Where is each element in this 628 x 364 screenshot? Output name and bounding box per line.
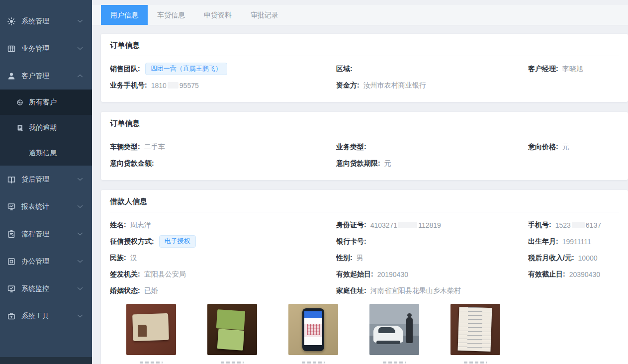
- sidebar-subitem-all-customers[interactable]: 所有客户: [0, 90, 92, 115]
- card-order-info-1: 订单信息销售团队:四团一营（直属王鹏飞）区域:客户经理:李晓旭业务手机号:181…: [101, 34, 628, 102]
- sidebar-subitem-overdue-info[interactable]: 逾期信息: [0, 140, 92, 166]
- field-label: 有效截止日:: [528, 270, 565, 279]
- sidebar-item-report-statistics[interactable]: 报表统计: [0, 193, 92, 220]
- qr-code-icon: [307, 324, 320, 335]
- sidebar-subitem-label: 我的逾期: [29, 123, 57, 132]
- photo-row: [126, 304, 619, 364]
- field-mobile: 手机号:15236137: [528, 217, 619, 233]
- field-label: 车辆类型:: [110, 143, 140, 152]
- field-value: 李晓旭: [562, 65, 583, 74]
- field-after-tax-monthly-income: 税后月收入/元:10000: [528, 250, 619, 266]
- sidebar-item-post-loan-management[interactable]: 贷后管理: [0, 166, 92, 193]
- field-label: 税后月收入/元:: [528, 254, 574, 263]
- field-label: 姓名:: [110, 221, 126, 230]
- blurred-segment: [398, 222, 417, 228]
- sidebar-footer: [0, 357, 92, 364]
- sidebar-item-system-tools[interactable]: 系统工具: [0, 302, 92, 330]
- drivers-license-photo[interactable]: [207, 304, 257, 355]
- phone-qr-photo[interactable]: [288, 304, 338, 355]
- field-value: 宜阳县公安局: [144, 270, 186, 279]
- card-title: 订单信息: [101, 112, 628, 134]
- field-value: 10000: [578, 254, 598, 262]
- chevron-down-icon: [77, 287, 83, 290]
- card-borrower-info: 借款人信息姓名:周志洋身份证号:4103271112819手机号:1523613…: [101, 190, 628, 364]
- handwritten-document-photo[interactable]: [450, 304, 500, 355]
- main-content: 用户信息车贷信息申贷资料审批记录 订单信息销售团队:四团一营（直属王鹏飞）区域:…: [92, 0, 628, 364]
- caption-cutoff: [464, 362, 487, 364]
- book-icon: [7, 175, 16, 184]
- chevron-down-icon: [77, 47, 83, 50]
- field-home-address: 家庭住址:河南省宜阳县花果山乡木柴村: [336, 282, 528, 299]
- sidebar-subitem-label: 所有客户: [29, 98, 57, 107]
- field-label: 区域:: [336, 65, 353, 74]
- sidebar-item-label: 贷后管理: [21, 175, 49, 184]
- caption-cutoff: [302, 362, 325, 364]
- field-value-masked: 15236137: [555, 221, 601, 229]
- field-label: 家庭住址:: [336, 286, 366, 295]
- sidebar-item-process-management[interactable]: 流程管理: [0, 220, 92, 248]
- field-value-masked: 181095575: [151, 82, 199, 90]
- field-label: 意向贷款金额:: [110, 159, 154, 168]
- sidebar-item-business-management[interactable]: 业务管理: [0, 35, 92, 62]
- sidebar-item-system-management[interactable]: 系统管理: [0, 7, 92, 35]
- photo-item: [288, 304, 338, 364]
- tab-bar: 用户信息车贷信息申贷资料审批记录: [92, 5, 628, 25]
- sidebar-item-system-monitor[interactable]: 系统监控: [0, 275, 92, 302]
- field-label: 意向价格:: [528, 143, 558, 152]
- field-value: 元: [384, 159, 391, 168]
- chevron-down-icon: [77, 232, 83, 236]
- field-intended-price: 意向价格:元: [528, 139, 619, 155]
- tab-approval-records[interactable]: 审批记录: [241, 5, 288, 25]
- blurred-segment: [572, 222, 585, 228]
- id-card-photo[interactable]: [126, 304, 176, 355]
- clipboard-icon: [7, 230, 16, 239]
- field-empty: [528, 282, 619, 299]
- sidebar-subitem-label: 逾期信息: [29, 149, 57, 158]
- card-body: 车辆类型:二手车业务类型:意向价格:元意向贷款金额:意向贷款期限:元: [101, 134, 628, 180]
- card-body: 姓名:周志洋身份证号:4103271112819手机号:15236137征信授权…: [101, 212, 628, 364]
- chevron-up-icon: [77, 74, 83, 78]
- field-label: 手机号:: [528, 221, 551, 230]
- caption-cutoff: [383, 362, 406, 364]
- field-tag: 电子授权: [159, 235, 196, 247]
- field-bank-card-number: 银行卡号:: [336, 233, 528, 250]
- field-value: 20190430: [377, 271, 408, 278]
- field-vehicle-type: 车辆类型:二手车: [110, 139, 336, 155]
- tab-user-info[interactable]: 用户信息: [101, 5, 148, 25]
- masked-prefix: 1810: [151, 82, 167, 90]
- chevron-down-icon: [77, 314, 83, 318]
- field-empty: [528, 77, 619, 93]
- ledger-icon: [16, 124, 24, 132]
- sidebar-subitem-my-overdue[interactable]: 我的逾期: [0, 115, 92, 140]
- field-label: 性别:: [336, 254, 353, 263]
- field-value: 周志洋: [130, 221, 151, 230]
- sidebar-item-customer-management[interactable]: 客户管理: [0, 62, 92, 90]
- tab-loan-application-docs[interactable]: 申贷资料: [194, 5, 241, 25]
- field-label: 意向贷款期限:: [336, 159, 380, 168]
- masked-suffix: 6137: [586, 221, 601, 229]
- field-grid: 姓名:周志洋身份证号:4103271112819手机号:15236137征信授权…: [110, 217, 619, 299]
- sidebar-item-office-management[interactable]: 办公管理: [0, 248, 92, 275]
- sidebar-item-label: 系统监控: [21, 284, 49, 293]
- caption-cutoff: [140, 362, 163, 364]
- field-tag[interactable]: 四团一营（直属王鹏飞）: [145, 63, 227, 75]
- field-grid: 销售团队:四团一营（直属王鹏飞）区域:客户经理:李晓旭业务手机号:1810955…: [110, 61, 619, 93]
- chevron-down-icon: [77, 178, 83, 181]
- field-sales-team: 销售团队:四团一营（直属王鹏飞）: [110, 61, 336, 77]
- sidebar-nav: 系统管理业务管理客户管理所有客户我的逾期逾期信息贷后管理报表统计流程管理办公管理…: [0, 0, 92, 330]
- gear-icon: [7, 17, 16, 26]
- field-label: 业务手机号:: [110, 81, 147, 90]
- field-label: 银行卡号:: [336, 237, 366, 246]
- field-value: 汉: [130, 254, 137, 263]
- field-grid: 车辆类型:二手车业务类型:意向价格:元意向贷款金额:意向贷款期限:元: [110, 139, 619, 172]
- photo-item: [369, 304, 419, 364]
- sidebar-item-label: 系统工具: [21, 312, 49, 321]
- person-with-car-photo[interactable]: [369, 304, 419, 355]
- tab-car-loan-info[interactable]: 车贷信息: [148, 5, 194, 25]
- field-business-type: 业务类型:: [336, 139, 528, 155]
- masked-prefix: 4103271: [370, 221, 398, 229]
- field-valid-from: 有效起始日:20190430: [336, 266, 528, 282]
- field-intended-loan-amount: 意向贷款金额:: [110, 155, 336, 172]
- photo-item: [126, 304, 176, 364]
- masked-suffix: 112819: [418, 221, 441, 229]
